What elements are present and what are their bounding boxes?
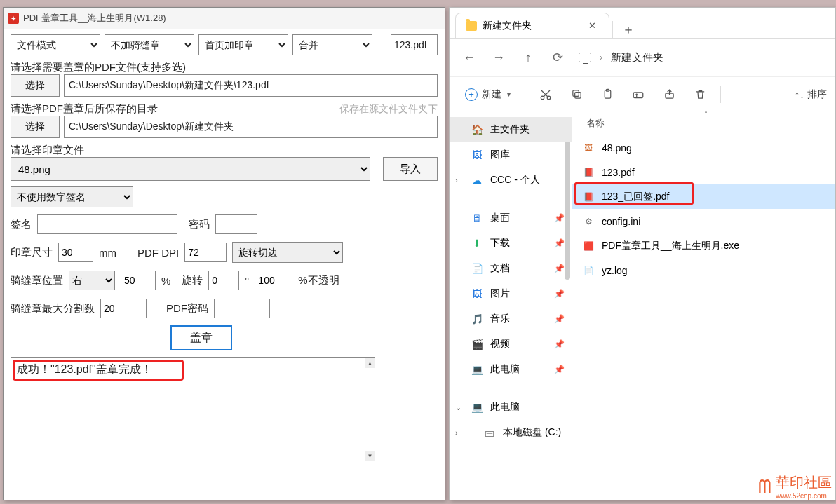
import-button[interactable]: 导入: [383, 157, 438, 181]
rotation-select[interactable]: 旋转切边: [232, 242, 343, 263]
toolbar-separator: [525, 86, 525, 103]
rename-icon[interactable]: [625, 83, 652, 106]
seal-size-label: 印章尺寸: [11, 246, 53, 259]
thispc-icon: 💻: [471, 401, 483, 414]
merge-select[interactable]: 合并: [292, 34, 372, 55]
paste-icon[interactable]: [594, 83, 621, 106]
explorer-navbar: ← → ↑ ⟳ › 新建文件夹: [450, 39, 835, 76]
nav-up-icon[interactable]: ↑: [520, 49, 537, 66]
app-icon: ✦: [8, 13, 19, 24]
sidebar-item-videos[interactable]: 🎬视频📌: [450, 332, 572, 357]
pictures-icon: 🖼: [471, 287, 483, 300]
tab-close-icon[interactable]: ✕: [586, 19, 599, 32]
signature-input[interactable]: [37, 214, 177, 234]
pdf-tool-window: ✦ PDF盖章工具__海上生明月(W1.28) 文件模式 不加骑缝章 首页加印章…: [3, 7, 445, 500]
expand-icon[interactable]: ›: [455, 176, 458, 184]
sidebar-item-ccc[interactable]: ›☁CCC - 个人📌: [450, 168, 572, 193]
file-pdf-icon: 📕: [582, 191, 595, 203]
new-label: 新建: [482, 88, 501, 101]
sidebar-item-desktop[interactable]: 🖥桌面📌: [450, 205, 572, 231]
explorer-sidebar: 🏠主文件夹📌🖼图库📌›☁CCC - 个人📌🖥桌面📌⬇下载📌📄文档📌🖼图片📌🎵音乐…: [450, 111, 572, 500]
pdf-path-input[interactable]: [64, 74, 438, 97]
rotate-input[interactable]: [208, 271, 239, 290]
sidebar-item-downloads[interactable]: ⬇下载📌: [450, 231, 572, 256]
sidebar-item-music[interactable]: 🎵音乐📌: [450, 306, 572, 332]
opacity-input[interactable]: [255, 271, 292, 290]
sidebar-item-thispc[interactable]: ⌄💻此电脑📌: [450, 395, 572, 420]
copy-icon[interactable]: [563, 83, 590, 106]
digital-signature-select[interactable]: 不使用数字签名: [11, 186, 133, 207]
riding-seal-select[interactable]: 不加骑缝章: [104, 34, 194, 55]
column-name-label: 名称: [586, 117, 605, 130]
pct-label: %: [161, 275, 170, 287]
file-row[interactable]: 🟥PDF盖章工具__海上生明月.exe: [572, 233, 835, 258]
file-ini-icon: ⚙: [582, 215, 595, 228]
svg-rect-6: [633, 93, 643, 98]
plus-circle-icon: +: [465, 88, 478, 101]
dpi-input[interactable]: [184, 243, 227, 262]
dpi-label: PDF DPI: [137, 247, 179, 259]
chevron-down-icon: ▾: [507, 90, 511, 98]
mode-select[interactable]: 文件模式: [11, 34, 100, 55]
sidebar-item-diskc[interactable]: ›🖴本地磁盘 (C:)📌: [450, 420, 572, 445]
riding-pct-input[interactable]: [121, 271, 156, 290]
sidebar-item-gallery[interactable]: 🖼图库📌: [450, 142, 572, 168]
degree-label: °: [245, 275, 249, 287]
pin-icon: 📌: [554, 213, 565, 223]
result-text: 成功！"123.pdf"盖章完成！: [17, 363, 152, 375]
delete-icon[interactable]: [687, 83, 713, 106]
sidebar-item-home[interactable]: 🏠主文件夹📌: [450, 117, 572, 142]
max-split-input[interactable]: [100, 299, 147, 318]
save-in-source-checkbox[interactable]: [325, 104, 335, 114]
password-input[interactable]: [215, 214, 257, 234]
pc-icon: [579, 53, 591, 62]
first-page-select[interactable]: 首页加印章: [198, 34, 288, 55]
explorer-tab[interactable]: 新建文件夹 ✕: [455, 13, 609, 38]
address-folder: 新建文件夹: [611, 51, 663, 64]
save-in-source-row[interactable]: 保存在源文件文件夹下: [325, 103, 438, 116]
column-header-name[interactable]: ˄ 名称: [572, 111, 835, 135]
password-label: 密码: [189, 218, 210, 231]
opacity-label: %不透明: [298, 274, 339, 287]
file-row[interactable]: 🖼48.png: [572, 135, 835, 160]
seal-size-input[interactable]: [58, 243, 93, 262]
watermark-sub: www.52cnp.com: [776, 492, 832, 500]
pin-icon: 📌: [554, 314, 565, 324]
riding-pos-select[interactable]: 右: [69, 271, 115, 290]
sidebar-item-pictures[interactable]: 🖼图片📌: [450, 281, 572, 306]
file-row[interactable]: 📕123_已回签.pdf: [572, 184, 835, 209]
new-button[interactable]: + 新建 ▾: [458, 83, 518, 106]
seal-file-select[interactable]: 48.png: [11, 157, 370, 181]
sort-icon: ↑↓: [795, 89, 804, 100]
scroll-down-icon[interactable]: ▼: [365, 451, 375, 461]
sort-button[interactable]: ↑↓ 排序: [795, 88, 827, 101]
sidebar-item-label: 此电脑: [490, 401, 520, 414]
riding-pos-label: 骑缝章位置: [11, 274, 63, 287]
pdf-password-input[interactable]: [214, 299, 270, 318]
share-icon[interactable]: [656, 83, 682, 106]
select-pdf-button[interactable]: 选择: [11, 74, 60, 97]
file-row[interactable]: 📄yz.log: [572, 258, 835, 282]
file-row[interactable]: ⚙config.ini: [572, 209, 835, 233]
expand-icon[interactable]: ⌄: [455, 403, 461, 412]
nav-refresh-icon[interactable]: ⟳: [549, 49, 566, 66]
file-row[interactable]: 📕123.pdf: [572, 160, 835, 184]
pin-icon: 📌: [554, 365, 565, 374]
stamp-button[interactable]: 盖章: [170, 325, 232, 350]
downloads-icon: ⬇: [471, 237, 483, 250]
out-path-input[interactable]: [64, 116, 438, 138]
address-bar[interactable]: › 新建文件夹: [579, 51, 663, 64]
cut-icon[interactable]: [532, 83, 559, 106]
sidebar-item-documents[interactable]: 📄文档📌: [450, 256, 572, 281]
select-outdir-button[interactable]: 选择: [11, 116, 60, 138]
new-tab-button[interactable]: ＋: [616, 21, 641, 38]
expand-icon[interactable]: ›: [455, 428, 458, 437]
file-exe-icon: 🟥: [582, 240, 595, 252]
nav-forward-icon[interactable]: →: [490, 49, 507, 66]
desktop-icon: 🖥: [471, 212, 483, 224]
scroll-up-icon[interactable]: ▲: [365, 358, 375, 368]
nav-back-icon[interactable]: ←: [461, 49, 478, 66]
sidebar-item-thispc-pin[interactable]: 💻此电脑📌: [450, 357, 572, 382]
sidebar-item-label: 图库: [490, 149, 510, 161]
thispc-pin-icon: 💻: [471, 363, 483, 376]
